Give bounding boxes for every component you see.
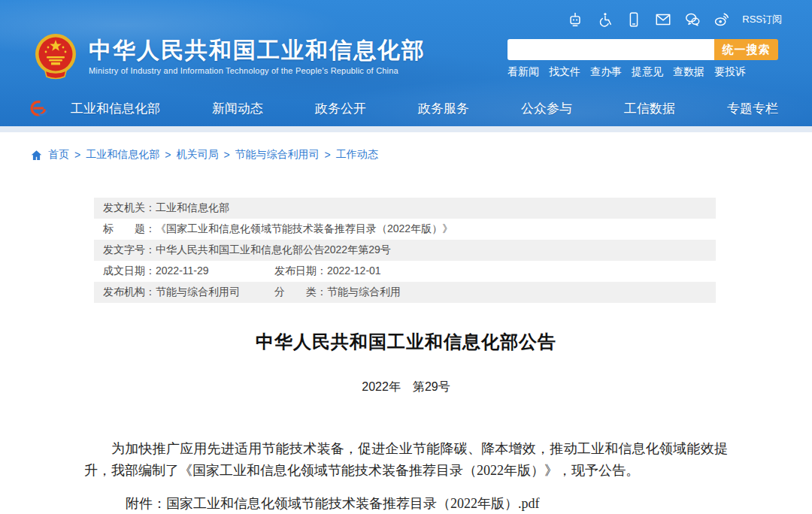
brand: 中华人民共和国工业和信息化部 Ministry of Industry and … [32, 32, 426, 81]
nav-item-miit[interactable]: 工业和信息化部 [71, 100, 160, 117]
rss-subscribe-link[interactable]: RSS订阅 [742, 13, 782, 26]
mobile-icon[interactable] [625, 11, 643, 29]
document-title: 中华人民共和国工业和信息化部公告 [0, 330, 812, 354]
breadcrumb-separator: > [325, 149, 331, 161]
attachment-link[interactable]: 附件：国家工业和信息化领域节能技术装备推荐目录（2022年版）.pdf [84, 494, 728, 512]
home-icon[interactable] [30, 149, 43, 162]
meta-value: 工业和信息化部 [156, 201, 229, 215]
site-subtitle-en: Ministry of Industry and Information Tec… [89, 66, 426, 75]
quick-links: 看新闻 找文件 查办事 提意见 查数据 要投诉 [508, 65, 778, 79]
breadcrumb-departments[interactable]: 机关司局 [176, 148, 218, 162]
document-body: 为加快推广应用先进适用节能技术装备，促进企业节能降碳、降本增效，推动工业和信息化… [84, 438, 728, 512]
meta-value: 节能与综合利用司 [156, 286, 240, 299]
utility-bar: RSS订阅 [566, 11, 782, 29]
document-issue-number: 2022年 第29号 [0, 379, 812, 395]
nav-item-industry-data[interactable]: 工信数据 [624, 100, 675, 117]
brand-text: 中华人民共和国工业和信息化部 Ministry of Industry and … [89, 38, 426, 75]
document-paragraph: 为加快推广应用先进适用节能技术装备，促进企业节能降碳、降本增效，推动工业和信息化… [84, 438, 728, 482]
quick-link-suggest[interactable]: 提意见 [632, 65, 663, 79]
nav-items: 工业和信息化部 新闻动态 政务公开 政务服务 公众参与 工信数据 专题专栏 [71, 100, 778, 117]
page: RSS订阅 中华人民共和国工业和信息化部 Ministry of Industr… [0, 0, 812, 514]
meta-value: 2022-12-01 [327, 265, 381, 278]
quick-link-news[interactable]: 看新闻 [508, 65, 539, 79]
mail-icon[interactable] [654, 11, 672, 29]
meta-label: 分 类： [274, 286, 327, 299]
meta-label: 发布机构： [103, 286, 156, 299]
breadcrumb-separator: > [165, 149, 171, 161]
site-header: RSS订阅 中华人民共和国工业和信息化部 Ministry of Industr… [0, 0, 812, 126]
quick-link-files[interactable]: 找文件 [549, 65, 580, 79]
robot-mascot-icon[interactable] [566, 11, 584, 29]
document-meta-table: 发文机关：工业和信息化部 标 题：《国家工业和信息化领域节能技术装备推荐目录（2… [94, 198, 716, 303]
meta-row-publisher-category: 发布机构：节能与综合利用司 分 类：节能与综合利用 [94, 282, 716, 303]
national-emblem-icon [32, 32, 80, 81]
breadcrumb: 首页 > 工业和信息化部 > 机关司局 > 节能与综合利用司 > 工作动态 [30, 148, 812, 162]
meta-value: 《国家工业和信息化领域节能技术装备推荐目录（2022年版）》 [156, 222, 453, 236]
meta-row-issuing-agency: 发文机关：工业和信息化部 [94, 198, 716, 219]
nav-item-gov-services[interactable]: 政务服务 [418, 100, 469, 117]
nav-item-public-participation[interactable]: 公众参与 [521, 100, 572, 117]
main-nav: 工业和信息化部 新闻动态 政务公开 政务服务 公众参与 工信数据 专题专栏 [0, 90, 812, 126]
search-area: 统一搜索 看新闻 找文件 查办事 提意见 查数据 要投诉 [508, 39, 778, 79]
header-divider-strip [0, 126, 812, 132]
nav-item-news[interactable]: 新闻动态 [212, 100, 263, 117]
nav-item-special-topics[interactable]: 专题专栏 [727, 100, 778, 117]
meta-value: 节能与综合利用 [327, 286, 401, 299]
quick-link-data[interactable]: 查数据 [673, 65, 704, 79]
breadcrumb-energy-dept[interactable]: 节能与综合利用司 [235, 148, 320, 162]
weibo-icon[interactable] [713, 11, 731, 29]
unified-search-button[interactable]: 统一搜索 [714, 39, 778, 60]
meta-label: 标 题： [103, 222, 156, 236]
quick-link-complaint[interactable]: 要投诉 [714, 65, 746, 79]
breadcrumb-work-updates[interactable]: 工作动态 [336, 148, 378, 162]
meta-label: 发文机关： [103, 201, 156, 215]
meta-row-title: 标 题：《国家工业和信息化领域节能技术装备推荐目录（2022年版）》 [94, 219, 716, 240]
meta-row-doc-number: 发文字号：中华人民共和国工业和信息化部公告2022年第29号 [94, 240, 716, 261]
quick-link-services[interactable]: 查办事 [590, 65, 622, 79]
breadcrumb-separator: > [74, 149, 80, 161]
meta-label: 发布日期： [274, 265, 327, 278]
article-main: 发文机关：工业和信息化部 标 题：《国家工业和信息化领域节能技术装备推荐目录（2… [0, 198, 812, 512]
breadcrumb-miit[interactable]: 工业和信息化部 [86, 148, 159, 162]
site-title: 中华人民共和国工业和信息化部 [89, 38, 426, 63]
meta-value: 2022-11-29 [156, 265, 209, 278]
search-input[interactable] [508, 39, 714, 60]
nav-item-gov-disclosure[interactable]: 政务公开 [315, 100, 366, 117]
meta-value: 中华人民共和国工业和信息化部公告2022年第29号 [156, 243, 391, 257]
breadcrumb-separator: > [223, 149, 229, 161]
meta-row-dates: 成文日期：2022-11-29 发布日期：2022-12-01 [94, 261, 716, 282]
meta-label: 成文日期： [103, 265, 156, 278]
meta-label: 发文字号： [103, 243, 156, 257]
miit-e-logo-icon [29, 98, 48, 118]
wechat-icon[interactable] [683, 11, 701, 29]
accessibility-icon[interactable] [595, 11, 614, 29]
breadcrumb-home[interactable]: 首页 [48, 148, 69, 162]
